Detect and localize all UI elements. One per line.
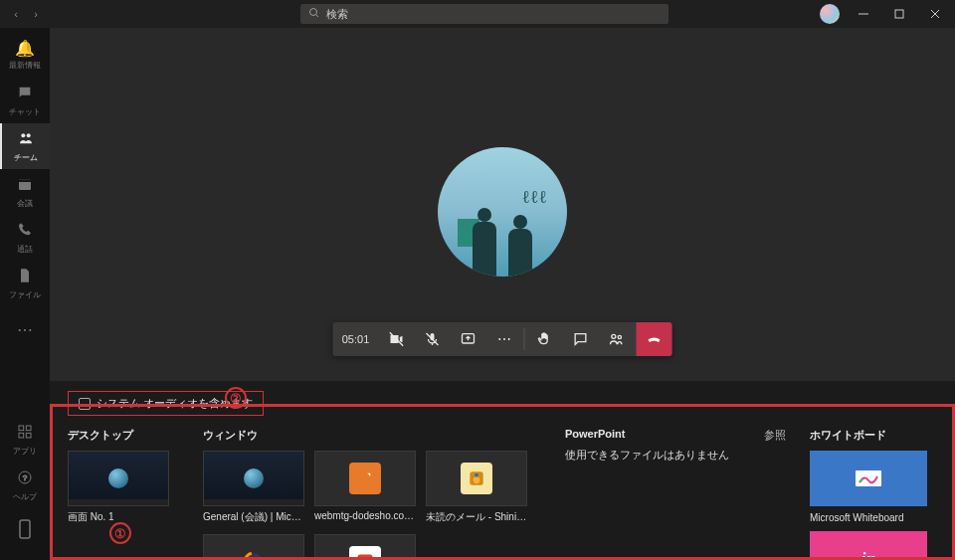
participant-avatar: ℓℓℓ [438,147,567,277]
video-stage: ℓℓℓ 05:01 ⋯ [50,28,955,396]
file-icon [17,268,33,287]
share-source-window-5[interactable]: P [314,534,416,560]
svg-rect-3 [895,10,903,18]
apps-icon [17,424,33,444]
checkbox-icon [79,398,91,410]
column-header-whiteboard: ホワイトボード [810,428,937,443]
phone-icon [17,222,33,242]
share-tray: システム オーディオを含めます ② デスクトップ 画面 No. 1 ウィンドウ [50,381,955,560]
sidebar-item-apps[interactable]: アプリ [0,417,50,463]
powerpoint-empty-message: 使用できるファイルはありません [565,448,786,463]
whiteboard-ms-tile[interactable] [810,451,927,506]
user-avatar[interactable] [820,4,840,24]
sidebar-item-label: 最新情報 [9,60,41,71]
svg-point-0 [310,9,317,16]
whiteboard-label: Microsoft Whiteboard [810,512,937,523]
sidebar-item-activity[interactable]: 🔔 最新情報 [0,32,50,78]
annotation-1: ① [109,522,131,544]
bell-icon: 🔔 [15,39,35,58]
svg-text:?: ? [23,472,28,481]
svg-rect-25 [475,473,478,476]
desktop-thumbnail [68,451,169,506]
search-icon [308,7,320,21]
svg-point-22 [618,335,621,338]
sidebar-item-download[interactable] [0,508,50,554]
svg-rect-13 [26,433,31,438]
source-label: webmtg-dodesho.com - ... [314,510,416,521]
show-chat-button[interactable] [563,322,599,356]
nav-forward-button[interactable]: › [28,6,44,22]
close-button[interactable] [923,2,947,26]
share-button[interactable] [451,322,486,356]
column-header-window: ウィンドウ [203,428,541,443]
chat-icon [17,85,33,104]
svg-rect-31 [856,470,881,486]
sidebar-item-calls[interactable]: 通話 [0,215,50,261]
svg-point-6 [21,133,25,137]
camera-toggle-button[interactable] [379,322,415,356]
hangup-button[interactable] [637,322,672,356]
svg-rect-9 [19,179,31,182]
maximize-button[interactable] [887,2,911,26]
sidebar-item-files[interactable]: ファイル [0,261,50,306]
search-input[interactable]: 検索 [300,4,668,24]
main-area: ℓℓℓ 05:01 ⋯ [50,28,955,560]
ellipsis-icon: ⋯ [17,320,33,339]
sidebar-item-help[interactable]: ? ヘルプ [0,463,50,508]
calendar-icon [17,176,33,196]
nav-back-button[interactable]: ‹ [8,6,24,22]
share-source-desktop-1[interactable]: 画面 No. 1 [68,451,169,524]
svg-rect-12 [19,433,24,438]
window-thumbnail [426,451,527,506]
svg-point-24 [474,476,480,483]
svg-point-7 [27,133,31,137]
sidebar-item-label: チーム [14,152,38,163]
window-thumbnail [203,534,304,560]
more-actions-button[interactable]: ⋯ [486,322,522,356]
sidebar-item-label: アプリ [13,446,37,457]
sidebar-item-label: 通話 [17,244,33,255]
browse-link[interactable]: 参照 [764,428,786,443]
svg-rect-16 [20,520,30,538]
meeting-toolbar: 05:01 ⋯ [333,322,672,356]
search-placeholder: 検索 [326,7,348,22]
annotation-2: ② [225,387,247,409]
svg-rect-10 [19,426,24,431]
source-label: 未読のメール - Shinichi Us... [426,510,527,524]
svg-rect-11 [26,426,31,431]
help-icon: ? [17,469,33,489]
show-participants-button[interactable] [599,322,635,356]
svg-point-21 [612,334,616,338]
svg-line-1 [316,15,319,18]
sidebar-item-more[interactable]: ⋯ [0,306,50,352]
app-sidebar: 🔔 最新情報 チャット チーム 会議 通話 ファイル ⋯ [0,28,50,560]
minimize-button[interactable] [852,2,875,26]
window-thumbnail [314,451,416,506]
sidebar-item-teams[interactable]: チーム [0,123,50,169]
teams-icon [18,130,34,150]
title-bar: ‹ › 検索 [0,0,955,28]
device-icon [18,519,32,543]
mic-toggle-button[interactable] [415,322,451,356]
sidebar-item-label: ファイル [9,289,41,300]
call-duration: 05:01 [333,322,379,356]
whiteboard-invision-tile[interactable]: in [810,531,927,560]
column-header-powerpoint: PowerPoint [565,428,626,440]
column-header-desktop: デスクトップ [68,428,179,443]
share-source-window-4[interactable] [203,534,304,560]
share-source-window-1[interactable]: General (会議) | Microsoft... [203,451,304,524]
sidebar-item-calendar[interactable]: 会議 [0,169,50,215]
share-source-window-3[interactable]: 未読のメール - Shinichi Us... [426,451,527,524]
window-thumbnail [203,451,304,506]
sidebar-item-label: チャット [9,106,41,117]
sidebar-item-label: ヘルプ [13,491,37,502]
window-thumbnail: P [314,534,416,560]
source-label: General (会議) | Microsoft... [203,510,304,524]
sidebar-item-chat[interactable]: チャット [0,78,50,123]
share-source-window-2[interactable]: webmtg-dodesho.com - ... [314,451,416,524]
sidebar-item-label: 会議 [17,198,33,209]
svg-text:P: P [361,556,368,560]
raise-hand-button[interactable] [527,322,563,356]
